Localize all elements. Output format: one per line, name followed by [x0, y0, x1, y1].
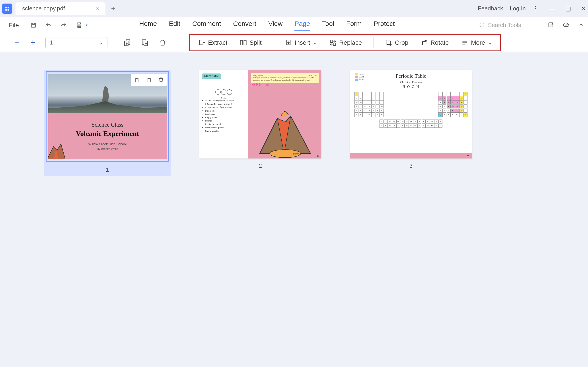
diagram-label: Reaction — [202, 97, 246, 99]
tab-tool[interactable]: Tool — [322, 20, 334, 31]
cloud-upload-icon[interactable] — [563, 21, 569, 29]
page1-line2: Volcanic Experiment — [76, 129, 139, 138]
save-icon[interactable] — [30, 21, 37, 29]
legend-item: Liquids — [359, 76, 365, 78]
page1-line3: Willow Creek High School — [88, 142, 127, 146]
list-item: Safety goggles — [205, 129, 246, 133]
menu-tabs: Home Edit Comment Convert View Page Tool… — [139, 20, 395, 31]
page-thumbnail-3[interactable]: Gases Liquids Solids Periodic Table Chem… — [350, 70, 472, 169]
tab-edit[interactable]: Edit — [169, 20, 180, 31]
minimize-icon[interactable]: — — [549, 5, 555, 12]
page-select-dropdown[interactable]: 1 — [45, 37, 107, 48]
search-tools[interactable]: Search Tools — [479, 22, 521, 29]
page-thumbnail-1[interactable]: Science Class Volcanic Experiment Willow… — [44, 70, 170, 176]
maximize-icon[interactable]: ▢ — [565, 5, 571, 12]
list-item: Dishwashing gloves — [205, 126, 246, 129]
page2-pagenum: 03 — [317, 155, 319, 157]
boom-text: BOOoom! — [251, 82, 270, 87]
split-label: Split — [249, 39, 261, 46]
svg-rect-16 — [330, 40, 333, 42]
actinide-row: AcThPaUNpPuAmCmBkCfEsFmMdNoLr — [380, 124, 443, 128]
login-link[interactable]: Log In — [510, 5, 526, 12]
list-item: Plastic tray or tub — [205, 122, 246, 126]
page-thumbnails-area: Science Class Volcanic Experiment Willow… — [0, 52, 588, 367]
dropdown-icon[interactable]: ▾ — [83, 21, 90, 29]
legend-item: Solids — [359, 79, 364, 81]
list-item: Funnel — [205, 119, 246, 122]
page-hover-tools — [131, 74, 167, 86]
new-tab-button[interactable]: + — [111, 4, 116, 13]
extract-button[interactable]: Extract — [192, 39, 233, 46]
page1-line1: Science Class — [92, 122, 123, 128]
list-item: Empty bottle — [205, 116, 246, 119]
temperature-label: 4400°c — [292, 152, 300, 155]
insert-page-after-icon[interactable]: + — [140, 38, 149, 47]
tab-home[interactable]: Home — [139, 20, 157, 31]
app-logo — [2, 4, 12, 14]
tab-convert[interactable]: Convert — [233, 20, 256, 31]
rotate-left-icon[interactable] — [131, 74, 143, 86]
volcano-corner-art — [48, 139, 68, 159]
svg-rect-3 — [78, 23, 81, 24]
tab-view[interactable]: View — [268, 20, 282, 31]
page-thumbnail-2[interactable]: Materials: Reaction 125ml 10% Hydrogen P… — [199, 70, 321, 169]
svg-rect-0 — [32, 23, 36, 27]
page-number: 2 — [259, 162, 262, 169]
document-tab[interactable]: science-copy.pdf × — [16, 2, 105, 15]
tab-protect[interactable]: Protect — [374, 20, 395, 31]
search-placeholder: Search Tools — [488, 22, 521, 29]
split-button[interactable]: Split — [233, 39, 268, 46]
page3-formula: H-O-O-H — [355, 85, 468, 89]
svg-rect-4 — [78, 26, 81, 27]
replace-label: Replace — [339, 39, 362, 46]
materials-list: 125ml 10% Hydrogen Peroxide 1 Sachet Dry… — [202, 99, 246, 133]
list-item: Food color — [205, 112, 246, 116]
close-window-icon[interactable]: ✕ — [581, 5, 586, 12]
page3-subtitle: Chemical Formula — [355, 80, 468, 84]
crop-label: Crop — [395, 39, 408, 46]
list-item: 4 tablespoons of warm water — [205, 106, 246, 109]
rotate-label: Rotate — [430, 39, 449, 46]
zoom-out-button[interactable]: − — [9, 37, 25, 48]
open-external-icon[interactable] — [548, 22, 554, 29]
rotate-right-icon[interactable] — [143, 74, 155, 86]
materials-badge: Materials: — [202, 74, 221, 79]
insert-button[interactable]: Insert⌄ — [279, 39, 323, 46]
tab-title: science-copy.pdf — [22, 5, 65, 12]
svg-text:+: + — [126, 42, 128, 45]
more-button[interactable]: More⌄ — [455, 39, 498, 46]
list-item: 125ml 10% Hydrogen Peroxide — [205, 99, 246, 102]
sticky-note: Study NotesHow to Do Hydrogen peroxide m… — [251, 73, 319, 83]
list-item: 1 Sachet Dry Yeast (powder) — [205, 102, 246, 106]
volcano-cutaway-art — [251, 109, 317, 156]
separator — [373, 37, 374, 48]
undo-icon[interactable] — [45, 21, 52, 29]
list-item: Detergent — [205, 109, 246, 112]
rotate-button[interactable]: Rotate — [415, 39, 455, 46]
zoom-in-button[interactable]: + — [25, 37, 41, 48]
tab-page[interactable]: Page — [294, 20, 310, 31]
delete-page-hover-icon[interactable] — [155, 74, 167, 86]
extract-label: Extract — [208, 39, 227, 46]
periodic-table: H LiBe NaMg KCaScTiVCrMn RbSrYZrNbMoTc C… — [355, 92, 468, 117]
collapse-ribbon-icon[interactable] — [578, 22, 584, 29]
page-tools-highlight: Extract Split Insert⌄ Replace Crop Rotat… — [189, 34, 501, 51]
print-icon[interactable] — [75, 21, 83, 29]
titlebar: science-copy.pdf × + Feedback Log In ⋮ —… — [0, 0, 588, 17]
close-tab-icon[interactable]: × — [96, 5, 100, 12]
separator — [26, 21, 26, 29]
note-body: Hydrogen peroxide molecules are very uns… — [253, 77, 317, 82]
insert-page-before-icon[interactable]: + — [123, 38, 132, 47]
crop-button[interactable]: Crop — [379, 39, 415, 46]
svg-rect-13 — [240, 40, 243, 45]
delete-page-icon[interactable] — [158, 38, 167, 47]
kebab-menu-icon[interactable]: ⋮ — [532, 5, 539, 12]
redo-icon[interactable] — [60, 21, 67, 29]
svg-rect-14 — [244, 40, 246, 45]
tab-comment[interactable]: Comment — [192, 20, 221, 31]
chevron-down-icon: ⌄ — [313, 40, 317, 45]
feedback-link[interactable]: Feedback — [478, 5, 503, 12]
file-menu[interactable]: File — [4, 22, 24, 29]
tab-form[interactable]: Form — [346, 20, 362, 31]
replace-button[interactable]: Replace — [323, 39, 368, 46]
